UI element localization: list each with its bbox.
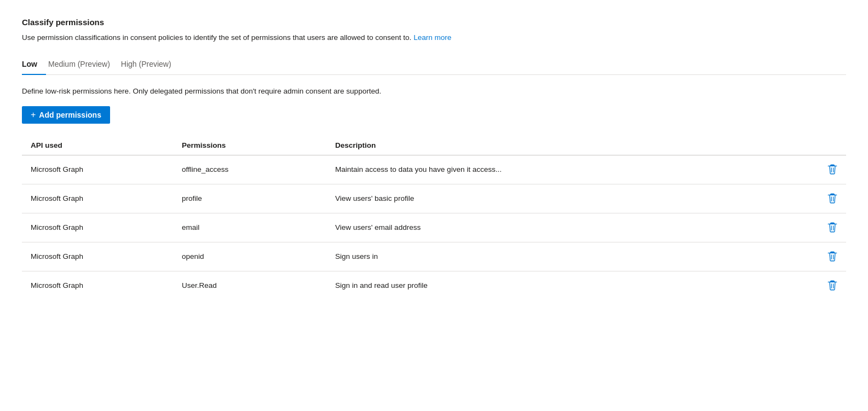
permissions-table: API used Permissions Description Microso… [22,137,846,300]
cell-description: Sign users in [329,242,819,271]
cell-api: Microsoft Graph [22,271,175,300]
page-container: Classify permissions Use permission clas… [22,18,846,300]
col-header-description: Description [329,137,819,155]
plus-icon: + [31,111,36,119]
trash-icon [827,280,837,291]
cell-permission: offline_access [175,155,329,184]
add-permissions-button[interactable]: + Add permissions [22,106,110,124]
cell-api: Microsoft Graph [22,184,175,213]
delete-button[interactable] [825,191,840,206]
table-row: Microsoft GraphprofileView users' basic … [22,184,846,213]
cell-action [819,242,846,271]
tab-low[interactable]: Low [22,55,46,75]
table-row: Microsoft GraphopenidSign users in [22,242,846,271]
cell-api: Microsoft Graph [22,242,175,271]
learn-more-link[interactable]: Learn more [413,33,451,42]
cell-permission: openid [175,242,329,271]
cell-description: View users' email address [329,213,819,242]
page-description: Use permission classifications in consen… [22,32,846,43]
cell-permission: User.Read [175,271,329,300]
sub-description: Define low-risk permissions here. Only d… [22,86,846,97]
cell-description: Sign in and read user profile [329,271,819,300]
cell-action [819,184,846,213]
delete-button[interactable] [825,249,840,264]
table-row: Microsoft Graphoffline_accessMaintain ac… [22,155,846,184]
trash-icon [827,193,837,204]
page-title: Classify permissions [22,18,846,27]
delete-button[interactable] [825,162,840,177]
cell-permission: profile [175,184,329,213]
col-header-permissions: Permissions [175,137,329,155]
table-row: Microsoft GraphemailView users' email ad… [22,213,846,242]
cell-api: Microsoft Graph [22,155,175,184]
trash-icon [827,164,837,175]
trash-icon [827,222,837,233]
add-permissions-label: Add permissions [39,111,101,119]
cell-description: View users' basic profile [329,184,819,213]
cell-description: Maintain access to data you have given i… [329,155,819,184]
col-header-actions [819,137,846,155]
tab-high[interactable]: High (Preview) [119,55,180,75]
trash-icon [827,251,837,262]
cell-action [819,213,846,242]
tabs-container: Low Medium (Preview) High (Preview) [22,55,846,75]
col-header-api: API used [22,137,175,155]
tab-medium[interactable]: Medium (Preview) [46,55,119,75]
cell-permission: email [175,213,329,242]
cell-api: Microsoft Graph [22,213,175,242]
delete-button[interactable] [825,278,840,293]
delete-button[interactable] [825,220,840,235]
table-row: Microsoft GraphUser.ReadSign in and read… [22,271,846,300]
cell-action [819,271,846,300]
cell-action [819,155,846,184]
